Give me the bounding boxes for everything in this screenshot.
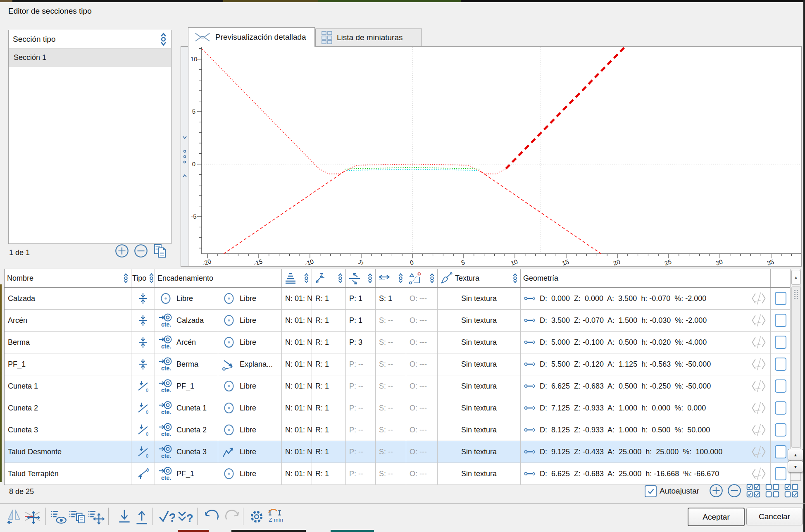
row-checkbox[interactable]: [775, 401, 786, 415]
cell-geometria[interactable]: D: 9.125 Z: -0.433 A: 25.000 h: 25.000 %…: [521, 441, 771, 463]
cell-n[interactable]: N: 01: N: [282, 332, 312, 353]
cell-p[interactable]: P: 1: [346, 288, 376, 309]
cell-s[interactable]: S: --: [376, 463, 406, 484]
cell-encadenamiento-2[interactable]: Libre: [218, 463, 282, 484]
cell-encadenamiento-2[interactable]: Libre: [218, 397, 282, 419]
cell-p[interactable]: P: --: [346, 397, 376, 419]
cell-p[interactable]: P: --: [346, 441, 376, 463]
cell-o[interactable]: O: ---: [406, 310, 438, 331]
invert-selection-button[interactable]: [784, 484, 798, 498]
undo-icon[interactable]: [202, 507, 220, 526]
zoom-out-button[interactable]: [726, 483, 742, 499]
mirror-section-icon[interactable]: [6, 507, 23, 526]
cell-textura[interactable]: Sin textura: [438, 463, 521, 484]
autofit-checkbox[interactable]: [645, 485, 657, 497]
cell-encadenamiento-2[interactable]: Libre: [218, 310, 282, 331]
cell-n[interactable]: N: 01: N: [282, 310, 312, 331]
row-scroll-up-button[interactable]: ▲: [788, 449, 803, 460]
cell-o[interactable]: O: ---: [406, 375, 438, 397]
cell-r[interactable]: R: 1: [312, 397, 346, 419]
cell-encadenamiento-1[interactable]: Cuneta 2: [155, 419, 218, 441]
cell-p[interactable]: P: --: [346, 463, 376, 484]
cell-nombre[interactable]: Cuneta 2: [5, 397, 131, 419]
cell-geometria[interactable]: D: 6.625 Z: -0.683 A: 0.500 h: -0.250 %:…: [521, 375, 771, 397]
row-scroll-down-button[interactable]: ▼: [788, 461, 803, 472]
sort-icon[interactable]: [398, 272, 403, 284]
row-checkbox[interactable]: [775, 379, 786, 393]
settings-gear-icon[interactable]: [248, 507, 265, 526]
cell-p[interactable]: P: --: [346, 353, 376, 375]
cell-encadenamiento-2[interactable]: Libre: [218, 441, 282, 463]
cell-p[interactable]: P: 1: [346, 310, 376, 331]
section-preview-chart[interactable]: -20-15-10-5051015202530351050-5: [189, 47, 801, 266]
cell-textura[interactable]: Sin textura: [438, 419, 521, 441]
sort-icon[interactable]: [338, 272, 343, 284]
cell-nombre[interactable]: Calzada: [5, 288, 131, 309]
table-row[interactable]: Cuneta 2 Cuneta 1 Libre N: 01: N R: 1 P:…: [5, 397, 791, 419]
cell-r[interactable]: R: 1: [312, 310, 346, 331]
cell-r[interactable]: R: 1: [312, 288, 346, 309]
validate-all-icon[interactable]: [177, 507, 194, 526]
cell-nombre[interactable]: PF_1: [5, 353, 131, 375]
cell-n[interactable]: N: 01: N: [282, 353, 312, 375]
cell-textura[interactable]: Sin textura: [438, 288, 521, 309]
cell-nombre[interactable]: Talud Terraplén: [5, 463, 131, 484]
import-row-icon[interactable]: [116, 507, 133, 526]
sort-icon[interactable]: [367, 272, 373, 284]
cell-r[interactable]: R: 1: [312, 375, 346, 397]
cell-tipo[interactable]: [131, 353, 155, 375]
cell-encadenamiento-2[interactable]: Libre: [218, 375, 282, 397]
list-visibility-icon[interactable]: [50, 507, 68, 526]
table-row[interactable]: Talud Terraplén PF_1 Libre N: 01: N R: 1…: [5, 463, 791, 485]
cell-encadenamiento-1[interactable]: Cuneta 1: [155, 397, 218, 419]
cell-s[interactable]: S: --: [376, 353, 406, 375]
cell-n[interactable]: N: 01: N: [282, 397, 312, 419]
cell-geometria[interactable]: D: 3.500 Z: -0.070 A: 1.500 h: -0.030 %:…: [521, 310, 771, 331]
row-checkbox[interactable]: [775, 445, 786, 458]
cell-encadenamiento-2[interactable]: Explana...: [218, 353, 282, 375]
table-row[interactable]: Arcén Calzada Libre N: 01: N R: 1 P: 1 S…: [5, 310, 791, 332]
cell-r[interactable]: R: 1: [312, 463, 346, 484]
table-row[interactable]: Cuneta 1 PF_1 Libre N: 01: N R: 1 P: -- …: [5, 375, 791, 397]
cell-geometria[interactable]: D: 6.625 Z: -0.683 A: 25.000 h: -16.668 …: [521, 463, 771, 484]
cell-textura[interactable]: Sin textura: [438, 375, 521, 397]
remove-section-button[interactable]: [133, 243, 149, 259]
cell-n[interactable]: N: 01: N: [282, 375, 312, 397]
cell-o[interactable]: O: ---: [406, 288, 438, 309]
cell-nombre[interactable]: Cuneta 1: [5, 375, 131, 397]
table-row[interactable]: Calzada Libre Libre N: 01: N R: 1 P: 1 S…: [5, 288, 791, 310]
sort-icon[interactable]: [512, 272, 518, 284]
cell-encadenamiento-1[interactable]: Arcén: [155, 332, 218, 353]
move-section-icon[interactable]: [23, 507, 40, 526]
row-checkbox[interactable]: [775, 423, 786, 437]
validate-icon[interactable]: [158, 507, 175, 526]
cell-nombre[interactable]: Talud Desmonte: [5, 441, 131, 463]
column-header-z[interactable]: [312, 269, 346, 287]
cell-textura[interactable]: Sin textura: [438, 310, 521, 331]
table-row[interactable]: Talud Desmonte Cuneta 3 Libre N: 01: N R…: [5, 441, 791, 463]
splitter-handle[interactable]: [181, 47, 189, 266]
column-header-tipo[interactable]: Tipo: [131, 269, 155, 287]
cell-tipo[interactable]: [131, 397, 155, 419]
cell-textura[interactable]: Sin textura: [438, 353, 521, 375]
column-header-ancho[interactable]: [376, 269, 406, 287]
scrollbar-up-button[interactable]: ▲: [791, 270, 800, 285]
cell-geometria[interactable]: D: 8.125 Z: -0.933 A: 1.000 h: 0.500 %: …: [521, 419, 771, 441]
cell-nombre[interactable]: Berma: [5, 332, 131, 353]
select-none-rows-button[interactable]: [765, 484, 779, 498]
cell-o[interactable]: O: ---: [406, 353, 438, 375]
table-row[interactable]: PF_1 Berma Explana... N: 01: N R: 1 P: -…: [5, 353, 791, 375]
export-row-icon[interactable]: [133, 507, 150, 526]
row-checkbox[interactable]: [775, 358, 786, 371]
sort-icon[interactable]: [429, 272, 435, 284]
column-header-pendiente[interactable]: [346, 269, 376, 287]
cell-tipo[interactable]: [131, 463, 155, 484]
cell-encadenamiento-1[interactable]: PF_1: [155, 463, 218, 484]
cell-encadenamiento-1[interactable]: Calzada: [155, 310, 218, 331]
cell-nombre[interactable]: Cuneta 3: [5, 419, 131, 441]
add-section-button[interactable]: [114, 243, 130, 259]
cell-geometria[interactable]: D: 5.500 Z: -0.120 A: 1.125 h: -0.563 %:…: [521, 353, 771, 375]
row-checkbox[interactable]: [775, 292, 786, 305]
cell-r[interactable]: R: 1: [312, 441, 346, 463]
cell-s[interactable]: S: --: [376, 419, 406, 441]
